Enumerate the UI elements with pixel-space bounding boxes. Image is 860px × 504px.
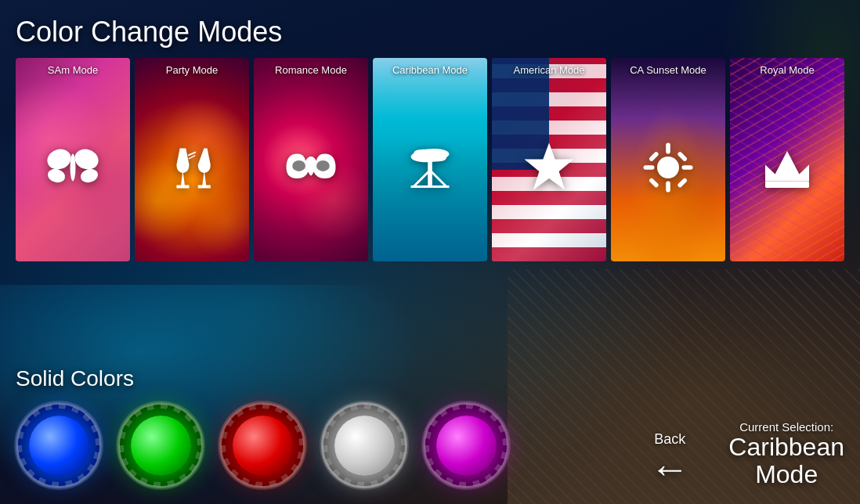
mode-card-royal[interactable]: Royal Mode (730, 58, 844, 261)
btn-glow-blue (29, 416, 89, 476)
current-selection-panel: Current Selection: CaribbeanMode (728, 420, 844, 488)
mode-icon-party (135, 74, 249, 261)
svg-marker-26 (765, 151, 809, 182)
svg-point-17 (657, 157, 679, 178)
svg-rect-22 (649, 151, 659, 162)
svg-rect-27 (765, 182, 809, 188)
mode-card-party[interactable]: Party Mode (135, 58, 249, 261)
btn-glow-white (334, 416, 395, 476)
btn-glow-green (131, 416, 191, 476)
mode-card-american[interactable]: American Mode (492, 58, 606, 261)
svg-line-6 (189, 156, 195, 159)
svg-rect-24 (649, 178, 659, 189)
btn-glow-red (233, 416, 293, 476)
mode-icon-royal (730, 74, 844, 261)
bottom-right-group: Back ← Current Selection: CaribbeanMode (650, 420, 844, 488)
mask-icon (284, 140, 338, 195)
color-button-blue[interactable] (16, 402, 102, 488)
mode-icon-american (492, 74, 606, 261)
svg-line-5 (188, 152, 196, 155)
beach-icon (403, 140, 457, 195)
mode-icon-caribbean (373, 74, 487, 261)
svg-point-2 (46, 167, 67, 184)
svg-point-0 (45, 146, 74, 172)
svg-point-7 (292, 160, 305, 171)
svg-marker-16 (525, 143, 574, 190)
mode-card-sam[interactable]: SAm Mode (16, 58, 130, 261)
main-content: Color Change Modes SAm Mode (0, 0, 860, 261)
svg-line-12 (414, 171, 430, 187)
svg-line-13 (430, 171, 446, 187)
star-icon (522, 140, 576, 195)
current-selection-label: Current Selection: (739, 420, 833, 434)
color-button-red[interactable] (219, 402, 305, 488)
back-section: Back ← (650, 431, 689, 488)
mode-icon-sunset (611, 74, 725, 261)
color-button-white[interactable] (321, 402, 407, 488)
current-selection-value: CaribbeanMode (728, 434, 844, 488)
mode-card-romance[interactable]: Romance Mode (254, 58, 368, 261)
svg-rect-20 (644, 165, 655, 170)
back-label: Back (654, 431, 685, 448)
svg-rect-19 (666, 182, 670, 193)
mode-card-caribbean[interactable]: Caribbean Mode (373, 58, 487, 261)
mode-icon-sam (16, 74, 130, 261)
solid-title: Solid Colors (16, 366, 844, 391)
color-buttons (16, 402, 509, 488)
mode-icon-romance (254, 74, 368, 261)
svg-rect-18 (666, 143, 670, 154)
svg-point-8 (316, 160, 330, 171)
color-button-green[interactable] (117, 402, 204, 488)
page-title: Color Change Modes (16, 16, 844, 49)
mode-card-sunset[interactable]: CA Sunset Mode (611, 58, 725, 261)
modes-row: SAm Mode Party Mode (16, 58, 844, 261)
svg-rect-25 (677, 178, 688, 189)
svg-point-1 (72, 146, 100, 172)
back-button[interactable]: ← (650, 449, 689, 488)
btn-glow-magenta (436, 416, 497, 476)
color-button-magenta[interactable] (423, 402, 509, 488)
svg-point-3 (79, 167, 99, 184)
svg-rect-21 (682, 165, 693, 170)
butterfly-icon (45, 140, 100, 195)
wine-glasses-icon (164, 140, 219, 195)
crown-icon (760, 140, 815, 195)
svg-rect-23 (677, 151, 688, 162)
svg-point-4 (70, 154, 76, 182)
sun-icon (641, 140, 696, 195)
